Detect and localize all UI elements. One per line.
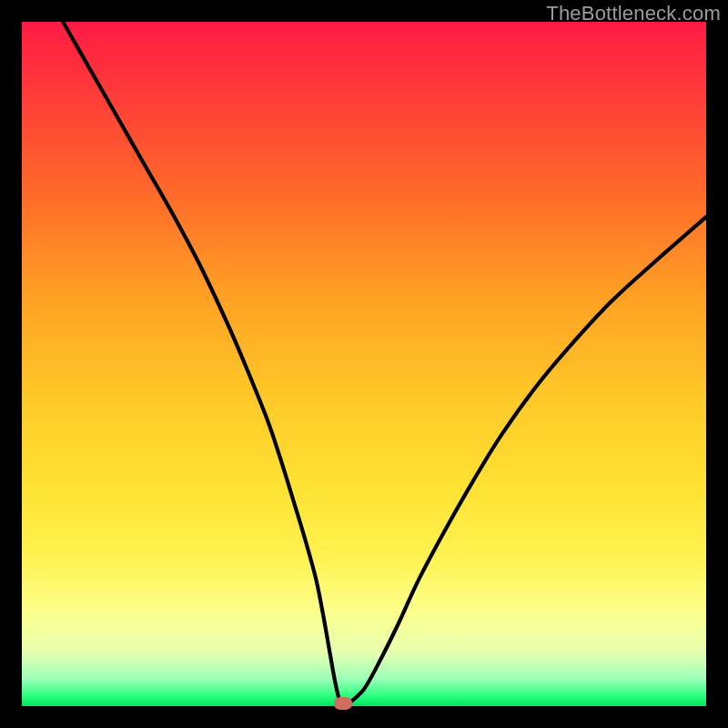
min-point-marker — [334, 697, 352, 710]
plot-area — [22, 22, 706, 706]
chart-stage: TheBottleneck.com — [0, 0, 728, 728]
watermark-text: TheBottleneck.com — [546, 2, 721, 25]
bottleneck-curve — [22, 22, 706, 706]
curve-path — [63, 22, 706, 705]
